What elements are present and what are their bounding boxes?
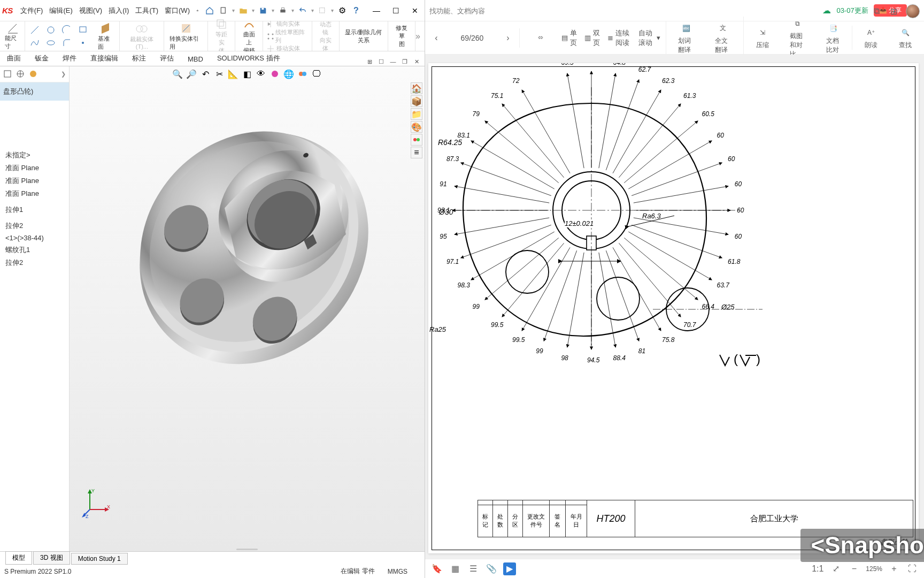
menu-edit[interactable]: 编辑(E) [49,6,72,16]
doc-compare-button[interactable]: 📑文档比对 [820,21,846,55]
plane-button[interactable]: 基准面 [96,22,116,51]
offset-on-surface-button[interactable]: 曲面上 偏移 [238,18,259,55]
rect-tool[interactable] [75,24,90,36]
continuous-read-button[interactable]: ≣ 连续阅读 [607,28,631,48]
fit-page-icon[interactable]: ⤢ [829,562,842,575]
tree-node[interactable]: 拉伸2 [0,256,69,269]
graphics-area[interactable]: 🔍 🔎 ↶ ✂ 📐 ◧ 👁 🌐 🖵 🏠 📦 📁 🎨 [70,66,425,551]
view-triad[interactable]: Y X Z [80,487,112,519]
tab-model[interactable]: 模型 [5,551,32,565]
tab-3dview[interactable]: 3D 视图 [33,551,70,565]
tree-expand-icon[interactable]: ❯ [61,71,66,78]
circle-tool[interactable] [43,24,58,36]
tab-mbd[interactable]: MBD [181,52,210,66]
tab-addins[interactable]: SOLIDWORKS 插件 [210,50,287,66]
single-page-button[interactable]: ▤ 单页 [561,28,577,48]
grid-icon[interactable]: ⊞ [888,5,899,17]
convert-entities-button[interactable]: 转换实体引用 [167,22,204,51]
menu-insert[interactable]: 插入(I) [109,6,129,16]
featuremanager-icon[interactable] [3,70,13,79]
home-icon[interactable] [204,5,215,16]
find-button[interactable]: 🔍查找 [892,26,919,50]
viewport-tile-icon[interactable]: ⊞ [365,57,374,66]
offset-button[interactable]: 等距实 体 [211,18,232,55]
smart-dimension-button[interactable]: 能尺寸 [3,22,23,50]
apply-scene-icon[interactable] [297,69,308,79]
spline-tool[interactable] [27,37,42,49]
zoom-area-icon[interactable]: 🔎 [186,69,197,79]
prev-view-icon[interactable]: ↶ [200,69,211,79]
fillet-tool[interactable] [59,37,74,49]
menu-view[interactable]: 视图(V) [79,6,102,16]
page-indicator[interactable]: 69/260 [445,34,499,42]
close-button[interactable]: ✕ [407,4,422,17]
drag-handle[interactable] [236,549,258,550]
tree-node[interactable]: 准面 Plane [0,174,69,187]
doc-minimize-icon[interactable]: — [388,57,398,66]
fit-width-button[interactable]: ⬄ [527,31,554,45]
line-tool[interactable] [27,24,42,36]
render-icon[interactable]: 🖵 [311,69,322,79]
auto-scroll-button[interactable]: 自动滚动 ▾ [638,28,660,48]
maximize-button[interactable]: ☐ [388,4,403,17]
cloud-sync-icon[interactable]: ☁ [822,5,831,16]
actual-size-icon[interactable]: 1:1 [811,562,824,575]
menu-file[interactable]: 文件(F) [20,6,43,16]
word-translate-button[interactable]: 🔤划词翻译 [672,21,701,55]
appearance-icon[interactable] [270,69,280,79]
view-orientation-icon[interactable]: 📐 [228,69,238,79]
menu-window[interactable]: 窗口(W) [165,6,190,16]
scene-icon[interactable]: 🌐 [283,69,294,79]
screenshot-compare-button[interactable]: ⧉截图和对比 [783,17,812,59]
bookmark-icon[interactable]: 🔖 [430,562,443,575]
next-page-button[interactable]: › [502,32,514,44]
tree-node[interactable]: 拉伸2 [0,219,69,232]
resources-pane-icon[interactable]: 📦 [411,95,422,107]
hide-show-icon[interactable]: 👁 [256,69,266,79]
appearances-pane-icon[interactable] [411,134,422,146]
undo-icon[interactable] [297,5,308,16]
tab-motion[interactable]: Motion Study 1 [71,553,128,565]
configurationmanager-icon[interactable] [29,70,38,79]
ellipse-tool[interactable] [43,37,58,49]
library-pane-icon[interactable]: 📁 [411,108,422,120]
open-icon[interactable] [238,5,249,16]
section-view-icon[interactable]: ✂ [214,69,225,79]
arc-tool[interactable] [59,24,74,36]
tab-direct-edit[interactable]: 直接编辑 [83,50,125,66]
double-page-button[interactable]: ▥ 双页 [584,28,600,48]
play-button[interactable]: ▶ [503,562,516,575]
zoom-out-icon[interactable]: − [848,562,860,575]
window-layout-icon[interactable]: ⧉ [871,5,882,17]
home-pane-icon[interactable]: 🏠 [411,82,422,94]
select-icon[interactable] [317,5,328,16]
tree-node[interactable]: 准面 Plane [0,162,69,174]
tree-node[interactable]: <1>(>38-44) [0,232,69,244]
user-avatar[interactable] [906,4,920,18]
tree-node[interactable]: 螺纹孔1 [0,244,69,256]
tree-root[interactable]: 盘形凸轮) [0,82,69,101]
compress-button[interactable]: ⇲压缩 [749,26,776,50]
print-icon[interactable] [278,5,288,16]
tab-surface[interactable]: 曲面 [0,50,28,66]
doc-close-icon[interactable]: ✕ [412,57,421,66]
save-icon[interactable] [258,5,268,16]
full-translate-button[interactable]: 文全文翻译 [709,21,738,55]
outline-icon[interactable]: ☰ [467,562,480,575]
dynamic-mirror-button[interactable]: 动态镜 向实体 [315,20,336,52]
tab-annotate[interactable]: 标注 [125,50,153,66]
pdf-page-area[interactable]: ( ) 69.566.864.862.762.361.360.560606060… [425,55,924,559]
tree-node[interactable]: 准面 Plane [0,187,69,200]
options-icon[interactable]: ⚙ [337,5,348,16]
point-tool[interactable] [75,37,90,49]
ribbon-expand-icon[interactable]: » [415,32,420,41]
zoom-level[interactable]: 125% [866,565,882,573]
minimize-button[interactable]: — [369,4,384,17]
custom-props-icon[interactable]: ≡ [411,147,422,158]
tab-weldment[interactable]: 焊件 [56,50,83,66]
view-palette-icon[interactable]: 🎨 [411,121,422,133]
search-input[interactable] [429,6,817,16]
mirror-tool[interactable]: 镜向实体 [266,20,300,28]
display-relations-button[interactable]: 显示/删除几何关系 [343,28,384,44]
attach-icon[interactable]: 📎 [485,562,498,575]
